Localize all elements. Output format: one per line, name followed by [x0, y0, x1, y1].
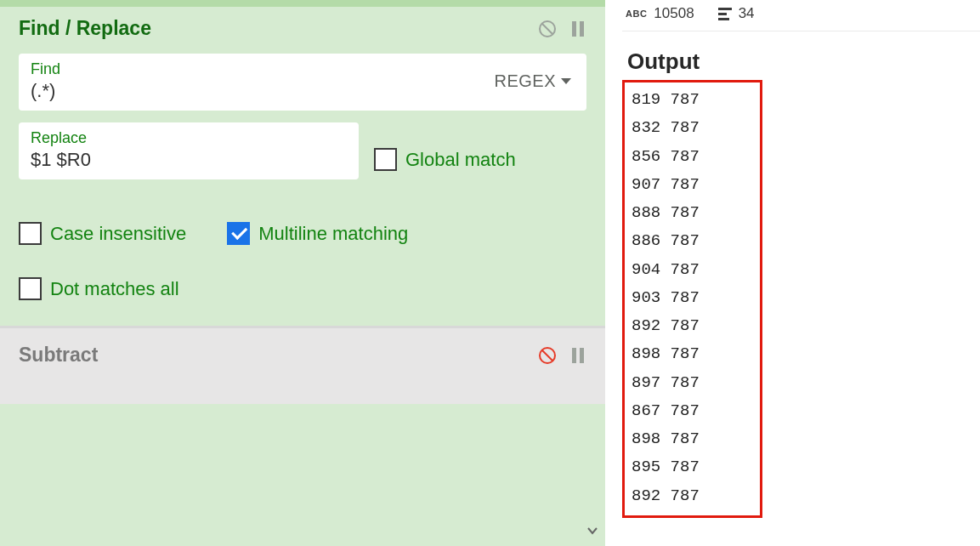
global-match-checkbox[interactable]: Global match: [374, 148, 516, 171]
op-header: Subtract: [19, 344, 586, 367]
checkbox-box[interactable]: [19, 222, 42, 245]
checkbox-box-checked[interactable]: [227, 222, 250, 245]
char-count: 10508: [654, 5, 694, 22]
output-line: 892 787: [632, 482, 753, 510]
dot-matches-label: Dot matches all: [50, 278, 179, 300]
svg-line-3: [542, 350, 552, 361]
case-insensitive-checkbox[interactable]: Case insensitive: [19, 222, 186, 245]
checkbox-box[interactable]: [19, 277, 42, 300]
output-line: 898 787: [632, 425, 753, 453]
find-replace-operation: Find / Replace Find: [0, 0, 605, 326]
regex-dropdown[interactable]: REGEX: [494, 71, 575, 91]
replace-field[interactable]: Replace: [19, 122, 359, 179]
disable-icon[interactable]: [537, 345, 558, 366]
op-actions: [537, 19, 586, 39]
checkbox-box[interactable]: [374, 148, 397, 171]
output-line: 895 787: [632, 453, 753, 481]
output-line: 856 787: [632, 143, 753, 171]
regex-label: REGEX: [494, 71, 556, 91]
lines-icon: [718, 8, 732, 20]
replace-label: Replace: [31, 129, 347, 147]
scroll-down-icon[interactable]: [583, 522, 602, 539]
line-count-stat: 34: [718, 5, 755, 22]
find-label: Find: [31, 60, 494, 78]
find-input[interactable]: [31, 80, 494, 102]
output-line: 888 787: [632, 199, 753, 227]
find-field[interactable]: Find REGEX: [19, 54, 586, 111]
op-header: Find / Replace: [19, 17, 586, 40]
chevron-down-icon: [561, 78, 571, 84]
multiline-checkbox[interactable]: Multiline matching: [227, 222, 408, 245]
svg-line-1: [542, 24, 552, 34]
output-box: 819 787 832 787 856 787 907 787 888 787 …: [622, 80, 762, 518]
abc-icon: ABC: [626, 9, 647, 19]
pause-icon[interactable]: [569, 20, 586, 37]
output-line: 892 787: [632, 312, 753, 340]
line-count: 34: [739, 5, 755, 22]
output-line: 867 787: [632, 397, 753, 425]
replace-row: Replace Global match: [19, 122, 586, 191]
output-line: 904 787: [632, 256, 753, 284]
case-insensitive-label: Case insensitive: [50, 223, 186, 245]
output-panel: ABC 10508 34 Output 819 787 832 787 856 …: [605, 0, 980, 546]
pause-icon[interactable]: [569, 347, 586, 364]
output-line: 897 787: [632, 369, 753, 397]
operations-panel: Find / Replace Find: [0, 0, 605, 546]
app-root: Find / Replace Find: [0, 0, 980, 546]
char-count-stat: ABC 10508: [626, 5, 694, 22]
output-title: Output: [627, 48, 980, 75]
output-line: 907 787: [632, 171, 753, 199]
disable-icon[interactable]: [537, 19, 558, 39]
output-line: 886 787: [632, 227, 753, 255]
op-title: Find / Replace: [19, 17, 151, 40]
global-match-label: Global match: [405, 149, 516, 171]
stats-bar: ABC 10508 34: [622, 0, 980, 31]
subtract-operation: Subtract: [0, 326, 605, 404]
output-line: 819 787: [632, 86, 753, 114]
output-line: 832 787: [632, 114, 753, 142]
checkbox-row: Case insensitive Multiline matching: [19, 222, 586, 245]
output-line: 898 787: [632, 340, 753, 368]
dot-matches-checkbox[interactable]: Dot matches all: [19, 277, 586, 300]
op-actions: [537, 345, 586, 366]
multiline-label: Multiline matching: [258, 223, 408, 245]
replace-input[interactable]: [31, 149, 347, 171]
output-line: 903 787: [632, 284, 753, 312]
op-title: Subtract: [19, 344, 98, 367]
